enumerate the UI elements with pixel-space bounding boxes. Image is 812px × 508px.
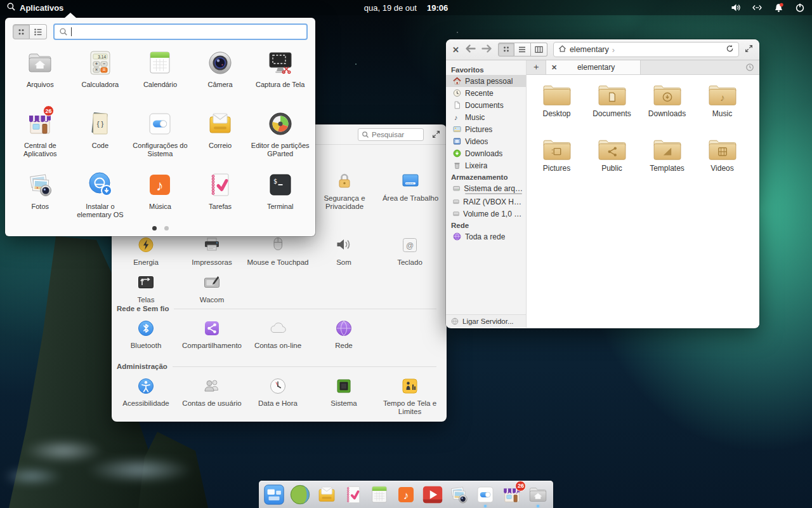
close-icon[interactable]: ✕ [452,46,459,54]
category-view-button[interactable] [30,24,47,39]
settings-item-acessibilidade[interactable]: Acessibilidade [113,377,179,416]
path-bar[interactable]: elementary › [553,42,739,57]
launcher-search-input[interactable] [75,27,302,37]
column-view-button[interactable] [531,43,547,57]
page-dot[interactable] [164,226,169,231]
folder-videos[interactable]: Videos [695,137,750,192]
app-gparted[interactable]: Editor de partições GParted [250,109,310,170]
connect-server-button[interactable]: Ligar Servidor... [446,314,526,328]
settings-item-contas-usuario[interactable]: Contas de usuário [179,377,245,416]
settings-item-som[interactable]: Som [311,236,377,267]
app-musica[interactable]: ♪ Música [130,170,190,231]
dock-music[interactable]: ♪ [394,483,418,507]
sidebar-item-lixeira[interactable]: Lixeira [446,159,526,171]
settings-item-mouse-touchpad[interactable]: Mouse e Touchpad [245,236,311,267]
dock-videos[interactable] [421,483,445,507]
new-tab-button[interactable]: ＋ [527,60,546,74]
volume-indicator[interactable] [728,2,742,13]
settings-item-telas[interactable]: Telas [113,273,179,304]
dock-calendar[interactable] [368,483,392,507]
sidebar-item-downloads[interactable]: Downloads [446,147,526,159]
app-central-de-aplicativos[interactable]: 26 Central de Aplicativos [10,109,70,170]
settings-item-seguranca[interactable]: Segurança e Privacidade [311,171,377,211]
dock-web-browser[interactable] [289,483,313,507]
app-arquivos[interactable]: Arquivos [10,48,70,109]
launcher-search-field[interactable] [53,23,308,40]
settings-item-rede[interactable]: Rede [311,319,377,350]
sidebar-item-pictures[interactable]: Pictures [446,123,526,135]
folder-desktop[interactable]: Desktop [529,83,584,137]
settings-item-energia[interactable]: Energia [113,236,179,267]
settings-item-sistema[interactable]: Sistema [311,377,377,416]
applications-menu[interactable]: Aplicativos [0,2,63,13]
notifications-indicator[interactable] [771,2,785,13]
settings-item-tempo-de-tela[interactable]: Tempo de Tela e Limites [377,377,443,416]
settings-item-bluetooth[interactable]: Bluetooth [113,319,179,350]
settings-item-compartilhamento[interactable]: Compartilhamento [179,319,245,350]
screenshot-icon [265,48,296,78]
settings-item-teclado[interactable]: @ Teclado [377,236,443,267]
calculator-icon: 3.14+−×= [85,48,115,78]
dock-files[interactable] [526,483,550,507]
grid-view-button[interactable] [13,24,30,39]
app-fotos[interactable]: Fotos [10,170,70,231]
app-configuracoes[interactable]: Configurações do Sistema [130,109,190,170]
svg-text:♪: ♪ [157,177,164,194]
close-tab-icon[interactable]: ✕ [551,64,557,72]
forward-icon[interactable] [481,44,492,56]
settings-item-area-de-trabalho[interactable]: Área de Trabalho [377,171,443,211]
settings-item-wacom[interactable]: Wacom [179,273,245,304]
history-icon[interactable] [745,63,754,74]
pictures-icon [453,125,461,133]
datetime-indicator[interactable]: qua, 19 de out 19:06 [364,3,448,13]
network-indicator[interactable] [750,2,764,13]
app-code[interactable]: { } Code [70,109,131,170]
sidebar-item-pasta-pessoal[interactable]: Pasta pessoal [446,75,526,87]
dock-appcenter[interactable]: 26 [500,483,524,507]
settings-item-impressoras[interactable]: Impressoras [179,236,245,267]
page-dot-active[interactable] [152,226,157,231]
maximize-icon[interactable] [432,130,440,141]
app-correio[interactable]: Correio [190,109,251,170]
folder-downloads[interactable]: Downloads [639,83,695,137]
back-icon[interactable] [465,44,476,56]
sidebar-item-recente[interactable]: Recente [446,87,526,99]
sidebar-item-sistema-de-arquivos[interactable]: Sistema de arquivos [446,182,526,194]
sidebar-item-raiz[interactable]: RAIZ (VBOX HARDD... [446,196,526,208]
app-calculadora[interactable]: 3.14+−×= Calculadora [70,48,131,109]
folder-documents[interactable]: Documents [584,83,639,137]
maximize-icon[interactable] [745,44,753,55]
app-camera[interactable]: Câmera [190,48,251,109]
dock-mail[interactable] [315,483,339,507]
dock-multitasking-view[interactable] [262,483,286,507]
app-captura-de-tela[interactable]: Captura de Tela [250,48,310,109]
settings-item-data-hora[interactable]: Data e Hora [245,377,311,416]
files-tab-bar: ＋ ✕ elementary [527,60,759,75]
dock-system-settings[interactable] [473,483,497,507]
settings-item-contas-online[interactable]: Contas on-line [245,319,311,350]
breadcrumb[interactable]: elementary [570,45,609,54]
dock-photos[interactable] [447,483,471,507]
downloads-icon [453,149,461,157]
power-indicator[interactable] [793,2,807,13]
dock-tasks[interactable] [341,483,365,507]
app-tarefas[interactable]: Tarefas [190,170,251,231]
sidebar-item-videos[interactable]: Videos [446,135,526,147]
tab-elementary[interactable]: ✕ elementary [546,60,641,74]
folder-templates[interactable]: Templates [639,137,695,192]
app-calendario[interactable]: Calendário [130,48,190,109]
app-terminal[interactable]: $ Terminal [250,170,310,231]
settings-search-field[interactable] [358,128,424,141]
list-view-button[interactable] [514,43,531,57]
app-instalar-elementary[interactable]: Instalar o elementary OS [70,170,131,231]
grid-view-button[interactable] [498,43,514,57]
sidebar-item-music[interactable]: ♪ Music [446,111,526,123]
refresh-icon[interactable] [726,44,734,55]
sidebar-item-documents[interactable]: Documents [446,99,526,111]
sidebar-item-volume[interactable]: Volume de 1,0 MB (V... [446,208,526,220]
folder-music[interactable]: ♪ Music [695,83,750,137]
folder-pictures[interactable]: Pictures [529,137,584,192]
folder-public[interactable]: Public [584,137,639,192]
sidebar-item-toda-a-rede[interactable]: Toda a rede [446,231,526,243]
settings-search-input[interactable] [372,131,416,138]
